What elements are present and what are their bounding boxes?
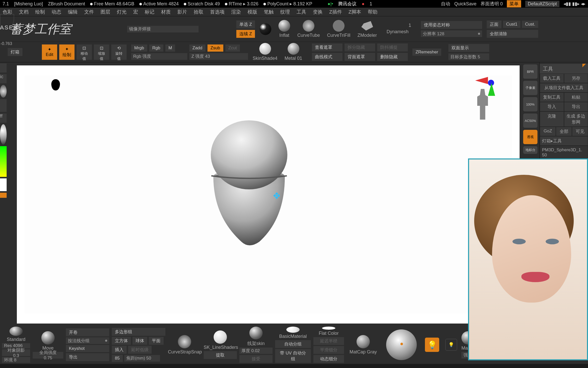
lineshader-brush[interactable] <box>214 330 227 344</box>
left-tool[interactable] <box>0 178 7 191</box>
collapse-icon[interactable]: ◤ <box>582 62 586 64</box>
menu-灯光[interactable]: 灯光 <box>117 9 127 15</box>
auto[interactable]: 自动 <box>441 1 450 7</box>
lightbox-tools[interactable]: 灯箱▸工具 <box>540 136 588 146</box>
ui-transparency[interactable]: 界面透明 0 <box>481 1 503 7</box>
menu-Z脚本[interactable]: Z脚本 <box>349 9 361 15</box>
curvetrifill-brush[interactable]: CurveTriFill <box>324 19 353 39</box>
menu-模版[interactable]: 模版 <box>248 9 257 15</box>
single-z[interactable]: 单选 Z <box>236 20 255 28</box>
menu-文件[interactable]: 文件 <box>84 9 94 15</box>
mrgb[interactable]: Mrgb <box>131 44 147 52</box>
menu-宏[interactable]: 宏 <box>133 9 138 15</box>
dynamic-button[interactable]: 透视 <box>523 130 537 144</box>
smooth-subdiv[interactable]: 平滑细分 <box>313 346 344 354</box>
menu-影片[interactable]: 影片 <box>177 9 187 15</box>
zsub[interactable]: Zsub <box>207 44 223 52</box>
visible[interactable]: 可见 <box>572 127 588 136</box>
inflat-brush[interactable]: Inflat <box>276 19 293 39</box>
paste-tool[interactable]: 粘贴 <box>564 93 588 102</box>
skinshade-mat[interactable]: SkinShade4 <box>250 42 280 62</box>
light-on-icon[interactable]: 💡 <box>425 338 439 352</box>
flatcolor[interactable] <box>322 327 335 330</box>
curve-mode[interactable]: 曲线模式 <box>312 53 342 61</box>
save-as[interactable]: 另存 <box>564 74 588 83</box>
export[interactable]: 导出 <box>564 102 588 111</box>
basicmat[interactable] <box>286 327 300 333</box>
polygroup[interactable]: 多边形组 <box>112 328 165 336</box>
rgb-intensity[interactable]: Rgb 强度 <box>131 53 187 60</box>
clear-all[interactable]: 全部清除 <box>487 30 538 38</box>
draw-mode[interactable]: ✦绘制 <box>59 44 75 60</box>
goz[interactable]: GoZ <box>540 127 556 136</box>
by-normal[interactable]: 按法线分组 <box>66 337 109 344</box>
nav-gizmo[interactable] <box>475 77 494 86</box>
left-tool[interactable]: ff <box>0 113 7 123</box>
reference-image[interactable] <box>468 158 588 360</box>
menu-绘制[interactable]: 绘制 <box>35 9 45 15</box>
m[interactable]: M <box>165 44 175 52</box>
matcap-gray[interactable] <box>357 335 370 348</box>
two-sided[interactable]: 双面显示 <box>448 44 489 52</box>
subpixel-button[interactable]: 子像素 <box>523 81 537 95</box>
rgb[interactable]: Rgb <box>149 44 163 52</box>
zcut[interactable]: Zcut <box>225 44 240 52</box>
insert[interactable]: 插入 <box>112 346 127 354</box>
pose-symmetry[interactable]: 使用姿态对称 <box>421 21 482 29</box>
left-tool[interactable] <box>0 124 7 145</box>
ac50[interactable]: AC50% <box>523 113 537 128</box>
left-tool[interactable] <box>0 193 7 198</box>
view-mask[interactable]: 查看遮罩 <box>312 43 342 51</box>
mirror-weld[interactable]: 镜像并焊接 <box>127 26 199 32</box>
split-hidden[interactable]: 拆分隐藏 <box>345 43 375 51</box>
menu-变换[interactable]: 变换 <box>313 9 323 15</box>
accept[interactable]: 接受 <box>239 355 273 363</box>
floor-button[interactable]: 地标台 <box>523 146 537 154</box>
menu-笔触[interactable]: 笔触 <box>264 9 274 15</box>
menu-动态[interactable]: 动态 <box>52 9 61 15</box>
rotate-mode[interactable]: ⟲旋转值 <box>111 44 127 60</box>
zadd[interactable]: Zadd <box>189 44 205 52</box>
val85[interactable]: 85 <box>112 355 123 362</box>
metal-mat[interactable]: Metal 01 <box>282 42 305 62</box>
anti-shake[interactable]: 防抖捕捉 <box>377 43 408 51</box>
z-intensity[interactable]: Z 强度 43 <box>189 53 248 60</box>
light-off-icon[interactable]: 💡 <box>445 339 457 351</box>
obj-shadow[interactable]: 对象阴影 0.3 <box>2 349 30 356</box>
back-mask[interactable]: 背面遮罩 <box>345 53 375 61</box>
sphere-prim[interactable]: 球体 <box>132 337 147 345</box>
curvetube-brush[interactable]: CurveTube <box>295 19 322 39</box>
move-brush[interactable] <box>41 331 55 344</box>
resolution-slider[interactable]: 分辨率 128 <box>423 31 444 37</box>
menu-标记[interactable]: 标记 <box>145 9 154 15</box>
curvestrap-brush[interactable] <box>178 335 191 348</box>
default-script[interactable]: DefaultZScript <box>525 1 559 7</box>
bpr-button[interactable]: BPR <box>523 64 537 79</box>
lightbox-button[interactable]: 灯箱 <box>8 48 22 56</box>
zmodeler-brush[interactable]: ZModeler <box>355 19 379 39</box>
edit-mode[interactable]: ✦Edit <box>42 44 57 60</box>
copy-tool[interactable]: 复制工具 <box>540 93 564 102</box>
menu-拾取[interactable]: 拾取 <box>194 9 203 15</box>
nav-arrows[interactable]: ◂▮▮ ▮▮▸ ◂▸ <box>564 1 585 7</box>
menu-工具[interactable]: 工具 <box>297 9 306 15</box>
delay-radius[interactable]: 延迟半径 <box>313 337 344 345</box>
menu-编辑[interactable]: 编辑 <box>68 9 78 15</box>
load-tool[interactable]: 载入工具 <box>540 74 564 83</box>
zoom-100[interactable]: 100% <box>523 97 537 111</box>
standard-brush[interactable] <box>9 327 23 336</box>
keyshot[interactable]: Keyshot <box>66 345 109 352</box>
thickness[interactable]: 厚度 0.02 <box>239 348 273 354</box>
continuous-z[interactable]: 连续 Z <box>236 30 255 38</box>
export-bridge[interactable]: 导出 <box>66 353 109 361</box>
all[interactable]: 全部 <box>556 127 572 136</box>
menu-材质[interactable]: 材质 <box>161 9 171 15</box>
current-tool[interactable]: PM3D_Sphere3D_1. 50 <box>540 146 588 159</box>
left-tool[interactable]: ic <box>0 74 7 83</box>
menu-Z插件[interactable]: Z插件 <box>329 9 342 15</box>
left-tool[interactable] <box>0 63 7 73</box>
auto-group[interactable]: 自动分组 <box>275 340 311 348</box>
from-project[interactable]: 从项目文件载入工具 <box>540 83 588 93</box>
menu-渲染[interactable]: 渲染 <box>231 9 241 15</box>
quicksave-button[interactable]: QuickSave <box>454 1 476 7</box>
